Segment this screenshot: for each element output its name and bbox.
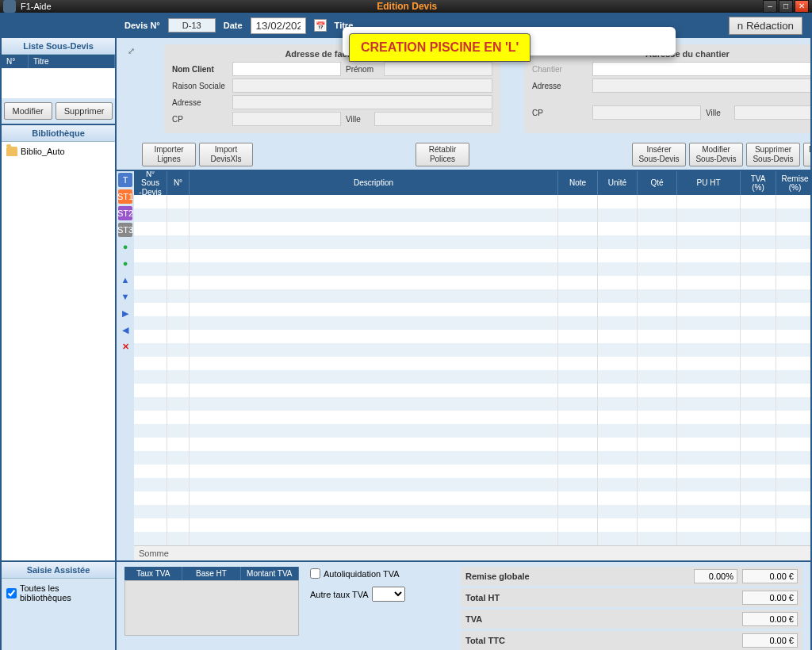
col-unit: Unité: [598, 171, 638, 195]
tva-label: TVA: [465, 614, 742, 624]
ville-label: Ville: [346, 115, 370, 124]
site-ville-label: Ville: [706, 109, 730, 117]
col-nsd: N° Sous-Devis: [134, 171, 167, 195]
site-adresse-label: Adresse: [532, 82, 588, 90]
date-label: Date: [224, 21, 243, 30]
app-icon: [3, 0, 16, 13]
lines-table[interactable]: N° Sous-Devis N° Description Note Unité …: [134, 171, 810, 560]
tva-summary-table: Taux TVA Base HT Montant TVA: [124, 567, 299, 650]
chantier-label: Chantier: [532, 65, 588, 74]
window-title: Edition Devis: [52, 1, 763, 12]
remise-pct[interactable]: 0.00%: [694, 569, 737, 583]
total-ttc-value: 0.00 €: [742, 633, 798, 648]
tool-right-icon[interactable]: ▶: [118, 306, 132, 320]
tva-col-base: Base HT: [182, 567, 240, 580]
biblio-item[interactable]: Biblio_Auto: [5, 145, 112, 158]
col-tva: TVA(%): [741, 171, 776, 195]
retablir-polices-button[interactable]: RétablirPolices: [416, 143, 469, 166]
site-cp-input[interactable]: [592, 105, 701, 120]
site-address-card: Adresse du chantier Chantier Adresse CP …: [524, 44, 810, 133]
tool-st3-icon[interactable]: ST3: [118, 223, 132, 237]
cp-input[interactable]: [232, 112, 341, 126]
nom-input[interactable]: [232, 62, 341, 76]
toutes-biblio-input[interactable]: [6, 588, 17, 598]
prenom-label: Prénom: [346, 65, 379, 74]
tool-down-icon[interactable]: ▼: [118, 289, 132, 304]
deconnecter-sd-button[interactable]: DéconnecterSous-Devis: [803, 143, 810, 166]
minimize-button[interactable]: –: [763, 0, 777, 13]
devis-no-label: Devis N°: [124, 21, 160, 30]
maximize-button[interactable]: □: [779, 0, 793, 13]
col-rem: Remise(%): [776, 171, 810, 195]
total-ttc-label: Total TTC: [465, 636, 742, 645]
raison-label: Raison Sociale: [172, 82, 228, 90]
titlebar: F1-Aide Edition Devis – □ ✕: [0, 0, 812, 13]
saisie-title: Saisie Assistée: [2, 562, 115, 579]
adresse-label: Adresse: [172, 98, 228, 107]
autoliquidation-input[interactable]: [310, 568, 320, 579]
import-xls-button[interactable]: ImportDevisXls: [199, 143, 253, 166]
devis-no-field[interactable]: D-13: [168, 18, 216, 32]
close-button[interactable]: ✕: [795, 0, 809, 13]
liste-body[interactable]: [2, 68, 115, 98]
sous-devis-toolbar: ImporterLignes ImportDevisXls RétablirPo…: [117, 140, 810, 170]
tool-st1-icon[interactable]: ST1: [118, 189, 132, 204]
total-ht-value: 0.00 €: [742, 591, 798, 605]
date-input[interactable]: [251, 17, 306, 34]
header-bar: Devis N° D-13 Date 📅 Titre n Rédaction C…: [2, 13, 810, 38]
biblio-title: Bibliothèque: [2, 125, 115, 142]
cp-label: CP: [172, 115, 228, 124]
autoliquidation-checkbox[interactable]: Autoliquidation TVA: [310, 568, 450, 579]
modifier-sd-button[interactable]: ModifierSous-Devis: [689, 143, 743, 166]
adresse-input[interactable]: [232, 95, 492, 109]
remise-value: 0.00 €: [742, 569, 798, 583]
tva-col-montant: Montant TVA: [241, 567, 299, 580]
row-tools-strip: T ST1 ST2 ST3 ● ● ▲ ▼ ▶ ◀ ✕: [117, 171, 134, 560]
tva-value: 0.00 €: [742, 612, 798, 626]
expand-icon[interactable]: ⤢: [128, 44, 140, 133]
biblio-item-label: Biblio_Auto: [21, 147, 65, 156]
supprimer-button[interactable]: Supprimer: [56, 102, 113, 120]
folder-icon: [6, 147, 17, 156]
col-qte: Qté: [638, 171, 677, 195]
import-lignes-button[interactable]: ImporterLignes: [142, 143, 196, 166]
chantier-select[interactable]: [592, 62, 810, 76]
supprimer-sd-button[interactable]: SupprimerSous-Devis: [746, 143, 800, 166]
col-desc: Description: [190, 171, 558, 195]
site-ville-input[interactable]: [734, 105, 810, 120]
app-name: F1-Aide: [21, 2, 52, 11]
total-ht-label: Total HT: [465, 593, 742, 602]
prenom-input[interactable]: [384, 62, 492, 76]
table-footer: Somme: [134, 545, 810, 560]
calendar-icon[interactable]: 📅: [314, 19, 327, 32]
ville-input[interactable]: [374, 112, 492, 126]
col-titre: Titre: [29, 55, 115, 68]
tool-st2-icon[interactable]: ST2: [118, 206, 132, 220]
site-cp-label: CP: [532, 109, 588, 117]
tool-delete-icon[interactable]: ✕: [118, 339, 132, 354]
col-pu: PU HT: [677, 171, 741, 195]
col-no: N°: [2, 55, 29, 68]
autre-tva-label: Autre taux TVA: [310, 590, 369, 599]
redaction-button[interactable]: n Rédaction: [729, 17, 802, 35]
highlight-text: CREATION PISCINE EN 'L': [349, 33, 530, 62]
site-adresse-input[interactable]: [592, 78, 810, 93]
tva-col-taux: Taux TVA: [124, 567, 182, 580]
col-n: N°: [167, 171, 190, 195]
autre-tva-select[interactable]: [372, 587, 405, 602]
tool-left-icon[interactable]: ◀: [118, 323, 132, 337]
tool-dot2-icon[interactable]: ●: [118, 256, 132, 270]
tool-t-icon[interactable]: T: [118, 173, 132, 187]
inserer-sd-button[interactable]: InsérerSous-Devis: [632, 143, 686, 166]
toutes-biblio-checkbox[interactable]: Toutes les bibliothèques: [6, 583, 110, 602]
nom-label: Nom Client: [172, 65, 228, 74]
modifier-button[interactable]: Modifier: [4, 102, 52, 120]
remise-label: Remise globale: [465, 572, 694, 581]
raison-input[interactable]: [232, 78, 492, 93]
tool-dot1-icon[interactable]: ●: [118, 239, 132, 254]
tool-up-icon[interactable]: ▲: [118, 273, 132, 287]
liste-sous-devis-title: Liste Sous-Devis: [2, 38, 115, 55]
col-note: Note: [558, 171, 598, 195]
